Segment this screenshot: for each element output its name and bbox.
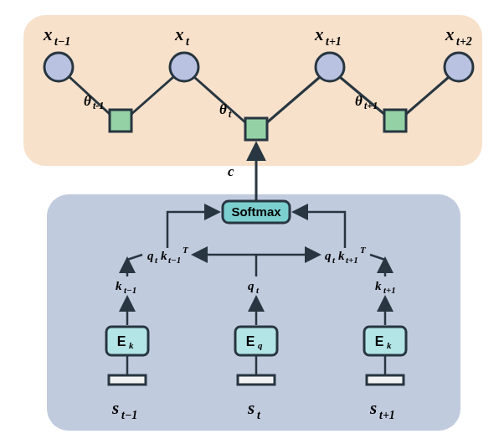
svg-text:x: x — [174, 24, 184, 44]
x-node-tm1 — [44, 53, 73, 81]
encoder-Ek-right — [364, 327, 406, 355]
svg-text:s: s — [369, 398, 377, 418]
svg-text:t+2: t+2 — [456, 35, 472, 48]
svg-text:E: E — [117, 334, 126, 349]
svg-text:t−1: t−1 — [124, 285, 136, 295]
svg-text:x: x — [445, 24, 455, 44]
svg-text:t+1: t+1 — [379, 409, 395, 421]
x-node-t — [170, 53, 198, 81]
svg-text:q: q — [147, 249, 154, 262]
svg-text:k: k — [129, 340, 134, 350]
svg-text:x: x — [314, 24, 324, 44]
svg-text:t−1: t−1 — [54, 35, 70, 48]
svg-text:θ: θ — [355, 93, 363, 109]
slot-s-t — [238, 375, 275, 385]
slot-s-tp1 — [367, 375, 404, 385]
theta-node-t — [245, 118, 267, 140]
x-node-tp2 — [445, 53, 473, 81]
svg-text:E: E — [375, 334, 384, 349]
top-panel — [23, 15, 482, 166]
svg-text:q: q — [248, 279, 255, 292]
svg-text:k: k — [375, 279, 382, 292]
svg-text:t+1: t+1 — [346, 255, 358, 265]
label-c: c — [228, 163, 234, 179]
svg-text:k: k — [338, 249, 345, 262]
svg-text:t+1: t+1 — [383, 285, 396, 295]
svg-text:s: s — [111, 398, 119, 418]
theta-node-tm1 — [110, 110, 131, 132]
svg-text:t−1: t−1 — [168, 255, 181, 265]
encoder-Ek-left — [106, 327, 148, 355]
svg-text:k: k — [387, 340, 392, 350]
svg-text:x: x — [43, 24, 53, 44]
svg-text:k: k — [116, 279, 122, 292]
svg-text:E: E — [246, 334, 255, 349]
svg-text:t+1: t+1 — [326, 35, 342, 48]
softmax-label: Softmax — [231, 204, 281, 219]
encoder-Eq — [235, 327, 277, 355]
svg-text:t-1: t-1 — [93, 100, 104, 111]
svg-text:θ: θ — [84, 93, 91, 109]
bottom-panel — [47, 194, 460, 431]
svg-text:k: k — [161, 249, 167, 262]
diagram: x t−1 x t x t+1 x t+2 θ t-1 θ t θ t+1 — [0, 0, 504, 439]
svg-text:t−1: t−1 — [121, 409, 137, 421]
svg-text:t+1: t+1 — [364, 100, 378, 111]
svg-text:s: s — [247, 398, 255, 418]
svg-text:q: q — [325, 249, 332, 262]
slot-s-tm1 — [109, 375, 146, 385]
x-node-tp1 — [316, 53, 344, 81]
svg-text:θ: θ — [219, 101, 227, 117]
theta-node-tp1 — [384, 110, 406, 132]
svg-text:q: q — [258, 340, 263, 350]
